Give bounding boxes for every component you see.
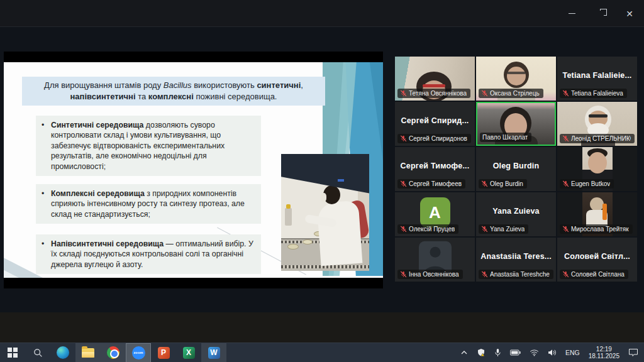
bullet-marker: • [42, 189, 51, 219]
tray-microphone-button[interactable] [491, 343, 504, 362]
tray-action-center-button[interactable] [625, 343, 641, 362]
muted-mic-icon [400, 226, 407, 233]
taskbar-powerpoint-button[interactable]: P [151, 343, 176, 362]
restore-icon [598, 11, 604, 16]
muted-mic-icon [562, 271, 569, 278]
muted-mic-icon [481, 271, 488, 278]
muted-mic-icon [481, 180, 488, 187]
taskbar-word-button[interactable]: W [201, 343, 226, 362]
search-icon [33, 348, 43, 358]
bullet-text: Комплексні середовища з природних компон… [51, 189, 255, 219]
slide-bullet-3: • Напівсинтетичні середовища — оптимальн… [36, 234, 261, 274]
participant-name-label: Мирослава Трейтяк [560, 224, 633, 234]
word-icon: W [208, 347, 220, 359]
participant-tile-leonid-strelnikov[interactable]: Леонід СТРЕЛЬНИКО... [557, 102, 637, 146]
taskbar-zoom-button[interactable]: zoom [126, 343, 151, 362]
tray-battery-button[interactable] [507, 343, 524, 362]
tray-date: 18.11.2025 [589, 353, 619, 360]
taskbar-search-button[interactable] [25, 343, 50, 362]
participant-tile-eugen-butkov[interactable]: Eugen Butkov [557, 147, 637, 191]
slide-bullet-1: • Синтетичні середовища дозволяють сувор… [36, 116, 261, 176]
participant-name-label: Oleg Burdin [479, 179, 527, 189]
bullet-marker: • [42, 239, 51, 270]
speaker-icon [548, 349, 557, 356]
tray-security-button[interactable] [474, 343, 489, 362]
muted-mic-icon [481, 90, 488, 97]
muted-mic-icon [562, 90, 569, 97]
zoom-app-icon: zoom [132, 346, 145, 359]
taskbar-edge-button[interactable] [50, 343, 75, 362]
participant-tile-myroslava-treitiak[interactable]: Мирослава Трейтяк [557, 192, 637, 236]
file-explorer-icon [82, 348, 94, 358]
taskbar-file-explorer-button[interactable] [75, 343, 101, 362]
chevron-up-icon [460, 350, 468, 355]
muted-mic-icon [481, 226, 488, 233]
wifi-icon [530, 349, 539, 356]
muted-mic-icon [562, 226, 569, 233]
header-text: використовують [192, 80, 257, 90]
header-text: Для вирощування штамів роду [44, 80, 164, 90]
chrome-icon [107, 346, 119, 359]
participant-name-label: Інна Овсяннікова [397, 270, 463, 279]
participant-tile-tetiana-falalieieva[interactable]: Tetiana Falalieie... Tetiana Falalieieva [557, 57, 637, 101]
excel-icon: X [183, 347, 195, 359]
participant-tile-solovei-svitlana[interactable]: Соловей Світл... Соловей Світлана [557, 238, 637, 282]
participant-tile-tetyana-ovsiannikova[interactable]: Тетяна Овсяннікова [395, 57, 475, 101]
header-bold: комплексні [148, 92, 194, 101]
minimize-button[interactable] [557, 0, 586, 27]
muted-mic-icon [562, 180, 569, 187]
tray-wifi-button[interactable] [526, 343, 542, 362]
slide-header: Для вирощування штамів роду Bacillus вик… [22, 77, 325, 106]
participant-tile-pavlo-shkarlat[interactable]: Павло Шкарлат [476, 102, 556, 146]
tray-volume-button[interactable] [545, 343, 560, 362]
minimize-icon [569, 13, 575, 14]
lab-photo [281, 154, 369, 271]
window-controls: ✕ [557, 0, 644, 27]
action-center-icon [628, 348, 638, 357]
participant-name-label: Тетяна Овсяннікова [397, 89, 470, 98]
participant-tile-oleg-burdin[interactable]: Oleg Burdin Oleg Burdin [476, 147, 556, 191]
taskbar-chrome-button[interactable] [101, 343, 126, 362]
participant-name-label: Anastasiia Tereshchen... [479, 270, 553, 279]
windows-logo-icon [8, 348, 18, 358]
muted-mic-icon [400, 135, 407, 142]
taskbar-excel-button[interactable]: X [176, 343, 201, 362]
participant-tile-oksana-strilets[interactable]: Оксана Стрілець [476, 57, 556, 101]
participant-name-label: Олексій Пруцев [397, 224, 458, 234]
slide-bullet-2: • Комплексні середовища з природних комп… [36, 184, 261, 224]
participant-name-label: Eugen Butkov [560, 179, 614, 189]
close-icon: ✕ [626, 9, 633, 18]
window-titlebar: ✕ [0, 0, 644, 27]
participant-avatar: A [420, 197, 450, 228]
header-text: та [136, 92, 148, 101]
taskbar: zoom P X W [0, 343, 644, 362]
participant-tile-oleksii-prutsev[interactable]: A Олексій Пруцев [395, 192, 475, 236]
close-button[interactable]: ✕ [615, 0, 644, 27]
tray-clock-button[interactable]: 12:19 18.11.2025 [586, 343, 623, 362]
tray-show-hidden-icons-button[interactable] [457, 343, 471, 362]
battery-icon [510, 349, 521, 356]
header-bold: напівсинтетичні [70, 92, 136, 101]
participant-name-label: Соловей Світлана [560, 270, 628, 279]
tray-language-button[interactable]: ENG [562, 343, 583, 362]
participant-tile-inna-ovsiannikova[interactable]: Інна Овсяннікова [395, 238, 475, 282]
start-button[interactable] [0, 343, 25, 362]
participant-name-label: Сергей Тимофеев [397, 179, 465, 189]
participant-tile-sergey-timofeev[interactable]: Сергей Тимофе... Сергей Тимофеев [395, 147, 475, 191]
participant-name-label: Сергей Спиридонов [397, 134, 471, 143]
microphone-icon [494, 348, 501, 357]
system-tray: ENG 12:19 18.11.2025 [457, 343, 644, 362]
bullet-text: Напівсинтетичні середовища — оптимальний… [51, 239, 255, 270]
shield-warning-icon [477, 348, 486, 357]
participant-tile-yana-zuieva[interactable]: Yana Zuieva Yana Zuieva [476, 192, 556, 236]
participant-name-label: Tetiana Falalieieva [560, 89, 627, 98]
participant-tile-sergey-spiridonov[interactable]: Сергей Спирид... Сергей Спиридонов [395, 102, 475, 146]
muted-mic-icon [400, 271, 407, 278]
meeting-content: Для вирощування штамів роду Bacillus вик… [0, 27, 644, 312]
participant-tile-anastasiia-tereshchenko[interactable]: Anastasiia Teres... Anastasiia Tereshche… [476, 238, 556, 282]
participant-name-label: Оксана Стрілець [479, 89, 543, 98]
restore-button[interactable] [586, 0, 615, 27]
muted-mic-icon [400, 90, 407, 97]
participant-name-label: Павло Шкарлат [480, 133, 531, 142]
presentation-slide: Для вирощування штамів роду Bacillus вик… [4, 62, 383, 278]
